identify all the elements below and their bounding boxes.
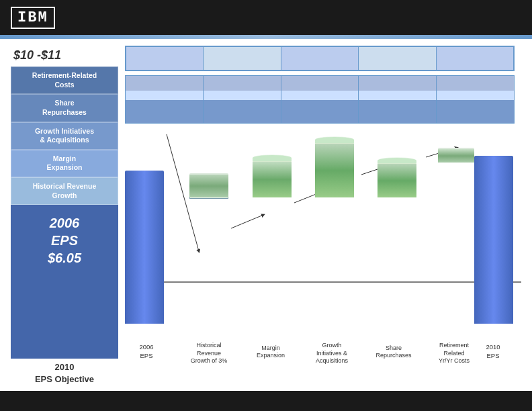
bar-margin-top — [253, 154, 292, 161]
legend-retirement: Retirement-RelatedCosts — [11, 66, 118, 94]
top-legend-box — [125, 46, 515, 71]
label-share: ShareRepurchases — [368, 345, 419, 360]
waterfall-chart: 2006EPS HistoricalRevenueGrowth of 3% Ma… — [125, 129, 515, 324]
label-2010: 2010EPS — [472, 343, 515, 360]
legend-historical: Historical RevenueGrowth — [11, 177, 118, 205]
stacked-legend-box — [125, 75, 515, 124]
bar-2010 — [474, 156, 513, 324]
label-2006: 2006EPS — [125, 343, 168, 360]
legend-eps-box: 2006EPS$6.05 — [11, 205, 118, 358]
sl-col-2 — [204, 76, 281, 123]
bottom-bar — [0, 391, 532, 411]
tl-seg-2 — [204, 47, 281, 70]
label-hist: HistoricalRevenueGrowth of 3% — [184, 342, 234, 365]
chart-area: 2006EPS HistoricalRevenueGrowth of 3% Ma… — [118, 46, 521, 385]
bar-margin — [253, 161, 292, 197]
sl-col-3 — [281, 76, 359, 123]
legend-growth: Growth Initiatives& Acquisitions — [11, 122, 118, 150]
svg-line-2 — [231, 215, 263, 228]
bar-2006 — [125, 171, 164, 324]
legend-margin: MarginExpansion — [11, 150, 118, 177]
sl-col-4 — [359, 76, 437, 123]
bar-growth — [315, 142, 354, 197]
sl-col-5 — [437, 76, 514, 123]
bar-growth-top — [315, 136, 354, 143]
tl-seg-5 — [437, 47, 513, 70]
tl-seg-4 — [359, 47, 436, 70]
main-content: $10 -$11 Retirement-RelatedCosts ShareRe… — [0, 39, 532, 391]
legend-panel: $10 -$11 Retirement-RelatedCosts ShareRe… — [11, 46, 118, 385]
year-label-left: 2010EPS Objective — [11, 361, 118, 385]
label-margin: MarginExpansion — [247, 345, 294, 360]
tl-seg-1 — [126, 47, 204, 70]
bar-hist — [189, 173, 228, 197]
top-bar: IBM — [0, 0, 532, 35]
label-growth: GrowthInitiatives &Acquisitions — [306, 342, 357, 365]
bar-share — [378, 163, 416, 197]
bar-share-top — [378, 157, 416, 163]
eps-target: $10 -$11 — [11, 46, 118, 66]
ibm-logo: IBM — [11, 7, 55, 29]
bar-retirement — [438, 148, 474, 163]
legend-share: ShareRepurchases — [11, 94, 118, 122]
sl-col-1 — [126, 76, 204, 123]
tl-seg-3 — [281, 47, 359, 70]
